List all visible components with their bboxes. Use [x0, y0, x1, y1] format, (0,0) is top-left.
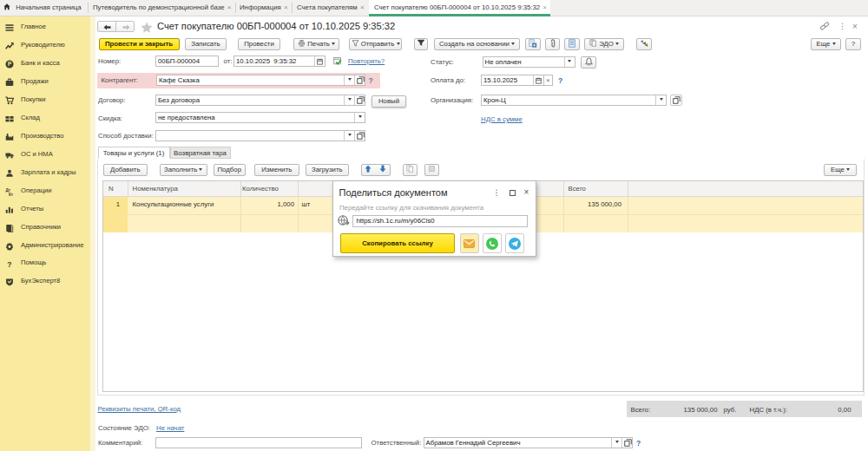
svg-text:Кт: Кт — [9, 193, 14, 197]
svg-text:Дт: Дт — [6, 187, 11, 192]
svg-text:?: ? — [7, 260, 11, 268]
